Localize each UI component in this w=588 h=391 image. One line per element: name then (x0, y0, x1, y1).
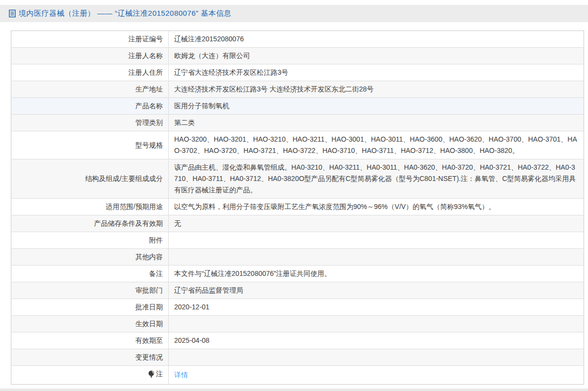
row-value (169, 316, 584, 332)
row-label: 其他内容 (11, 249, 169, 266)
row-value: 2020-12-01 (169, 299, 584, 316)
table-row: 审批部门 辽宁省药品监督管理局 (11, 282, 584, 299)
table-row: 注册人名称 欧姆龙（大连）有限公司 (11, 48, 584, 64)
row-value: 以空气为原料，利用分子筛变压吸附工艺生产氧浓度范围为90%～96%（V/V）的氧… (169, 199, 584, 215)
table-row: 附件 (11, 232, 584, 249)
row-label: 审批部门 (11, 282, 169, 299)
row-label: 管理类别 (11, 115, 169, 131)
table-row: 注册证编号 辽械注准20152080076 (11, 31, 584, 48)
row-label: 结构及组成/主要组成成分 (11, 159, 169, 199)
row-value (169, 249, 584, 266)
row-label: 适用范围/预期用途 (11, 199, 169, 215)
table-row: 生产地址 大连经济技术开发区松江路3号 大连经济技术开发区东北二街28号 (11, 81, 584, 98)
table-row: 变更情况 (11, 349, 584, 366)
row-label: 变更情况 (11, 349, 169, 366)
page-title: 境内医疗器械（注册） —— “辽械注准20152080076” 基本信息 (19, 9, 231, 18)
row-label: 产品名称 (11, 98, 169, 115)
table-row-hovered[interactable]: 产品名称 医用分子筛制氧机 (11, 98, 584, 115)
row-label: 注 (11, 366, 169, 385)
table-row-note: 注 详情 (11, 366, 584, 385)
row-label: 注册证编号 (11, 31, 169, 48)
table-row: 结构及组成/主要组成成分 该产品由主机、湿化壶和鼻氧管组成。HA0-3210、H… (11, 159, 584, 199)
row-label: 型号规格 (11, 131, 169, 159)
page-header: 境内医疗器械（注册） —— “辽械注准20152080076” 基本信息 (0, 5, 588, 22)
row-label: 产品储存条件及有效期 (11, 215, 169, 232)
row-label: 注册人名称 (11, 48, 169, 64)
row-label: 生产地址 (11, 81, 169, 98)
row-value: 本文件与“辽械注准20152080076”注册证共同使用。 (169, 266, 584, 282)
table-row: 管理类别 第二类 (11, 115, 584, 131)
row-value: 辽宁省药品监督管理局 (169, 282, 584, 299)
row-value: 第二类 (169, 115, 584, 131)
row-value: 该产品由主机、湿化壶和鼻氧管组成。HA0-3210、HA0-3211、HA0-3… (169, 159, 584, 199)
row-label: 有效期至 (11, 332, 169, 349)
table-row: 批准日期 2020-12-01 (11, 299, 584, 316)
row-value: HAO-3200、HAO-3201、HAO-3210、HAO-3211、HAO-… (169, 131, 584, 159)
table-row: 生效日期 (11, 316, 584, 332)
table-row: 有效期至 2025-04-08 (11, 332, 584, 349)
row-value: 无 (169, 215, 584, 232)
row-value: 辽械注准20152080076 (169, 31, 584, 48)
page-bottom-strip (0, 389, 588, 391)
table-row: 注册人住所 辽宁省大连经济技术开发区松江路3号 (11, 64, 584, 81)
row-value: 医用分子筛制氧机 (169, 98, 584, 115)
row-label: 生效日期 (11, 316, 169, 332)
table-row: 适用范围/预期用途 以空气为原料，利用分子筛变压吸附工艺生产氧浓度范围为90%～… (11, 199, 584, 215)
document-icon (9, 9, 16, 18)
table-row: 产品储存条件及有效期 无 (11, 215, 584, 232)
row-value (169, 232, 584, 249)
row-value (169, 349, 584, 366)
row-value: 欧姆龙（大连）有限公司 (169, 48, 584, 64)
table-row: 型号规格 HAO-3200、HAO-3201、HAO-3210、HAO-3211… (11, 131, 584, 159)
note-label: 注 (156, 368, 163, 380)
row-value: 辽宁省大连经济技术开发区松江路3号 (169, 64, 584, 81)
row-value: 详情 (169, 366, 584, 385)
table-row: 备注 本文件与“辽械注准20152080076”注册证共同使用。 (11, 266, 584, 282)
table-row: 其他内容 (11, 249, 584, 266)
row-label: 备注 (11, 266, 169, 282)
row-label: 批准日期 (11, 299, 169, 316)
row-value: 2025-04-08 (169, 332, 584, 349)
row-value: 大连经济技术开发区松江路3号 大连经济技术开发区东北二街28号 (169, 81, 584, 98)
row-label: 注册人住所 (11, 64, 169, 81)
row-label: 附件 (11, 232, 169, 249)
note-bulb-icon (148, 370, 155, 378)
registration-info-table: 注册证编号 辽械注准20152080076 注册人名称 欧姆龙（大连）有限公司 … (11, 30, 584, 385)
detail-link[interactable]: 详情 (174, 371, 188, 379)
